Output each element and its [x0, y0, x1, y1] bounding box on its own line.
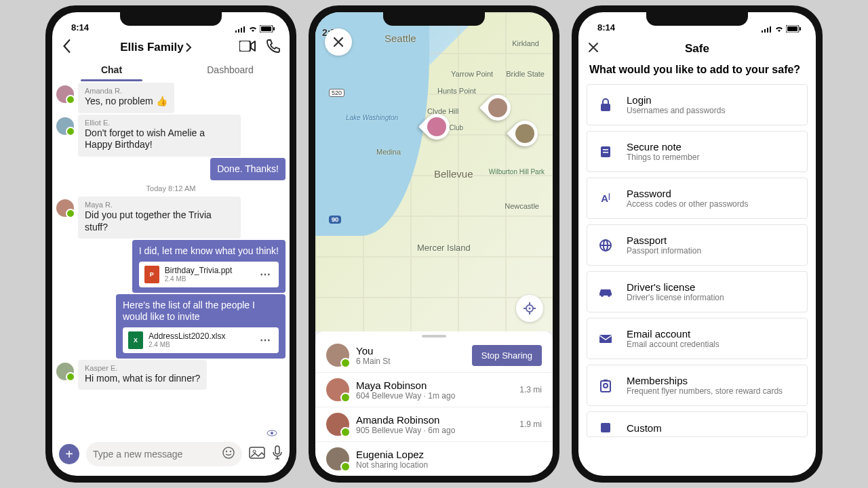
message-incoming: Elliot E. Don't forget to wish Amelie a … — [56, 115, 285, 157]
safe-item-sub: Email account credentials — [627, 340, 719, 349]
person-row[interactable]: Eugenia Lopez Not sharing location — [315, 442, 553, 476]
video-call-icon[interactable] — [239, 41, 256, 54]
safe-item-title: Password — [627, 188, 748, 199]
safe-item-title: Passport — [627, 235, 701, 246]
svg-rect-1 — [238, 29, 239, 33]
file-size: 2.4 MB — [149, 341, 252, 348]
person-row[interactable]: Maya Robinson 604 Bellevue Way · 1m ago … — [315, 373, 553, 407]
map-pin[interactable] — [479, 89, 516, 126]
svg-rect-7 — [239, 41, 250, 52]
tab-dashboard[interactable]: Dashboard — [171, 58, 290, 81]
safe-item-memberships[interactable]: MembershipsFrequent flyer numbers, store… — [587, 365, 808, 406]
avatar — [56, 117, 74, 135]
svg-rect-27 — [603, 149, 608, 150]
status-time: 8:14 — [597, 22, 615, 33]
close-button[interactable] — [588, 42, 604, 56]
phone-chat: 8:14 Ellis Family Chat Dashboard — [45, 5, 296, 483]
safe-item-title: Memberships — [627, 375, 783, 386]
attachment-menu[interactable]: ⋯ — [257, 268, 273, 281]
custom-icon — [597, 422, 614, 434]
safe-item-note[interactable]: Secure noteThings to remember — [587, 131, 808, 172]
svg-rect-20 — [767, 28, 768, 33]
person-row[interactable]: Amanda Robinson 905 Bellevue Way · 6m ag… — [315, 407, 553, 441]
svg-point-9 — [271, 432, 273, 434]
safe-item-sub: Driver's license information — [627, 293, 724, 302]
map-label: Kirkland — [512, 39, 539, 47]
avatar — [56, 85, 74, 103]
map-label: Medina — [376, 148, 401, 156]
locate-me-button[interactable] — [516, 295, 543, 322]
gif-icon[interactable] — [249, 447, 265, 462]
svg-rect-2 — [241, 28, 242, 33]
back-button[interactable] — [62, 39, 73, 56]
person-row-you: You 6 Main St Stop Sharing — [315, 338, 553, 372]
safe-list: LoginUsernames and passwords Secure note… — [578, 84, 816, 437]
person-sub: Not sharing location — [356, 460, 542, 470]
stop-sharing-button[interactable]: Stop Sharing — [472, 345, 542, 366]
message-outgoing: Done. Thanks! — [56, 158, 285, 181]
safe-item-title: Driver's license — [627, 281, 724, 293]
svg-point-10 — [223, 447, 234, 458]
map[interactable]: 2:55 Seattle Bellevue Mercer Island Kirk… — [315, 12, 553, 331]
map-label-mercer: Mercer Island — [417, 243, 471, 253]
person-sub: 905 Bellevue Way · 6m ago — [356, 426, 513, 435]
avatar — [326, 447, 349, 470]
message-text: Done. Thanks! — [217, 163, 279, 176]
map-label: Lake Washington — [346, 114, 398, 121]
map-label: Wilburton Hill Park — [489, 168, 545, 176]
safe-item-sub: Access codes or other passwords — [627, 199, 748, 209]
safe-item-title: Login — [627, 94, 725, 106]
person-name: Amanda Robinson — [356, 414, 513, 426]
map-label-seattle: Seattle — [384, 33, 416, 44]
signal-icon — [762, 26, 772, 33]
map-label: Newcastle — [505, 202, 539, 210]
svg-rect-38 — [601, 423, 610, 432]
file-type-icon: X — [128, 331, 143, 349]
route-shield: 520 — [329, 89, 344, 97]
message-input[interactable] — [93, 449, 216, 460]
message-text: Don't forget to wish Amelie a Happy Birt… — [85, 127, 234, 151]
lock-icon — [597, 98, 614, 112]
safe-item-passport[interactable]: PassportPassport information — [587, 224, 808, 266]
tab-chat[interactable]: Chat — [52, 58, 171, 81]
map-close-button[interactable] — [325, 28, 352, 56]
message-sender: Kasper E. — [85, 364, 200, 372]
message-text: Yes, no problem 👍 — [85, 96, 167, 108]
letters-icon: A| — [597, 192, 614, 204]
svg-rect-3 — [243, 26, 245, 33]
message-sender: Elliot E. — [85, 119, 234, 127]
svg-rect-35 — [601, 381, 610, 392]
attachment[interactable]: X AddressList2020.xlsx 2.4 MB ⋯ — [123, 327, 279, 353]
map-pin[interactable] — [507, 115, 543, 152]
avatar — [56, 363, 74, 380]
message-sender: Amanda R. — [85, 87, 167, 95]
badge-icon — [597, 379, 614, 392]
avatar — [326, 378, 349, 401]
compose-add-button[interactable]: + — [59, 444, 79, 464]
avatar — [56, 199, 74, 217]
safe-item-custom[interactable]: Custom — [587, 411, 808, 437]
attachment-menu[interactable]: ⋯ — [257, 333, 273, 346]
avatar — [326, 413, 349, 436]
message-outgoing: Here's the list of all the people I woul… — [56, 294, 285, 359]
svg-point-32 — [601, 294, 604, 297]
location-panel[interactable]: You 6 Main St Stop Sharing Maya Robinson… — [315, 331, 553, 476]
person-name: You — [356, 345, 465, 357]
status-bar: 8:14 — [578, 12, 816, 33]
attachment[interactable]: P Birthday_Trivia.ppt 2.4 MB ⋯ — [139, 262, 279, 287]
mic-icon[interactable] — [272, 445, 283, 463]
audio-call-icon[interactable] — [267, 39, 280, 56]
safe-item-license[interactable]: Driver's licenseDriver's license informa… — [587, 271, 808, 312]
safe-item-title: Email account — [627, 328, 719, 340]
compose-bar: + — [52, 436, 290, 476]
chat-title[interactable]: Ellis Family — [120, 41, 192, 54]
person-sub: 6 Main St — [356, 357, 465, 366]
safe-item-password[interactable]: A| PasswordAccess codes or other passwor… — [587, 178, 808, 219]
note-icon — [597, 145, 614, 159]
safe-item-email[interactable]: Email accountEmail account credentials — [587, 318, 808, 359]
safe-item-login[interactable]: LoginUsernames and passwords — [587, 84, 808, 125]
file-name: Birthday_Trivia.ppt — [165, 266, 252, 275]
svg-rect-21 — [770, 26, 771, 33]
chat-body[interactable]: Amanda R. Yes, no problem 👍 Elliot E. Do… — [52, 81, 290, 436]
emoji-icon[interactable] — [222, 446, 235, 462]
